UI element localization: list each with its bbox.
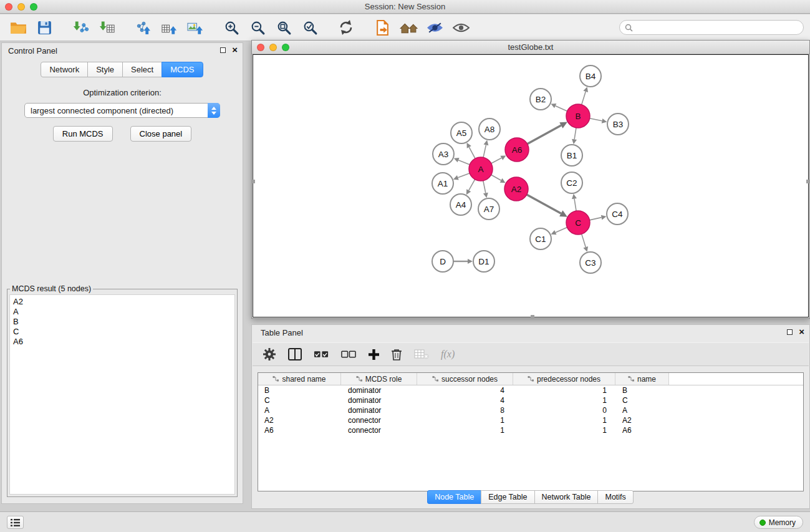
show-graphics-details-button[interactable] — [422, 16, 448, 39]
network-edge-A-A1[interactable] — [458, 173, 470, 178]
import-table-from-file-button[interactable] — [94, 16, 120, 39]
network-node-D[interactable]: D — [432, 251, 453, 272]
hide-graphics-details-button[interactable] — [448, 16, 474, 39]
table-row[interactable]: Adominator80A — [258, 405, 803, 415]
delete-table-button-disabled[interactable] — [414, 345, 429, 364]
network-edge-A-A8[interactable] — [483, 145, 486, 157]
run-mcds-button[interactable]: Run MCDS — [53, 126, 113, 142]
zoom-selected-button[interactable] — [297, 16, 323, 39]
status-menu-button[interactable] — [7, 516, 24, 529]
network-node-C2[interactable]: C2 — [561, 172, 582, 193]
network-node-B[interactable]: B — [566, 104, 590, 128]
network-edge-B-B2[interactable] — [556, 106, 567, 112]
network-node-B4[interactable]: B4 — [580, 65, 601, 87]
network-edge-B-B1[interactable] — [574, 128, 576, 140]
network-node-C4[interactable]: C4 — [607, 203, 628, 225]
network-edge-B-B3[interactable] — [590, 118, 602, 121]
network-edge-C-C2[interactable] — [574, 199, 576, 211]
memory-button[interactable]: Memory — [754, 516, 803, 529]
table-tab-motifs[interactable]: Motifs — [597, 490, 633, 504]
create-column-button[interactable] — [369, 345, 379, 364]
network-node-A5[interactable]: A5 — [451, 122, 472, 143]
mcds-result-list[interactable]: A2ABCA6 — [9, 294, 235, 495]
open-session-button[interactable] — [5, 16, 31, 39]
deselect-all-columns-button[interactable] — [341, 345, 357, 364]
network-edge-A-A2[interactable] — [491, 175, 501, 180]
tab-mcds[interactable]: MCDS — [162, 62, 203, 77]
table-row[interactable]: Bdominator41B — [258, 385, 803, 395]
mcds-result-item[interactable]: A — [13, 307, 231, 317]
network-node-A8[interactable]: A8 — [479, 118, 500, 140]
table-settings-button[interactable] — [263, 345, 276, 364]
refresh-view-button[interactable] — [333, 16, 359, 39]
network-edge-A-A5[interactable] — [469, 147, 475, 158]
tab-style[interactable]: Style — [87, 62, 123, 77]
column-header-shared-name[interactable]: shared name — [258, 373, 341, 385]
show-column-panel-button[interactable] — [288, 345, 302, 364]
network-edge-B-B4[interactable] — [582, 92, 586, 105]
network-node-C1[interactable]: C1 — [530, 228, 551, 249]
zoom-fit-button[interactable] — [271, 16, 297, 39]
zoom-in-button[interactable] — [218, 16, 244, 39]
open-recent-file-button[interactable] — [369, 16, 395, 39]
network-edge-A-A7[interactable] — [483, 181, 486, 193]
network-node-A3[interactable]: A3 — [433, 143, 454, 165]
network-edge-C-C1[interactable] — [556, 228, 567, 233]
export-network-button[interactable] — [130, 16, 156, 39]
mcds-result-item[interactable]: A2 — [13, 297, 231, 307]
table-row[interactable]: A6connector11A6 — [258, 425, 803, 435]
network-node-A7[interactable]: A7 — [478, 198, 499, 220]
network-node-B1[interactable]: B1 — [561, 145, 582, 166]
network-node-A6[interactable]: A6 — [505, 138, 529, 162]
network-node-A1[interactable]: A1 — [432, 173, 453, 194]
network-node-C3[interactable]: C3 — [580, 252, 601, 273]
network-node-A[interactable]: A — [469, 157, 493, 181]
network-node-A2[interactable]: A2 — [504, 177, 528, 201]
mcds-result-item[interactable]: C — [13, 327, 231, 337]
home-button[interactable] — [395, 16, 422, 39]
table-row[interactable]: Cdominator41C — [258, 395, 803, 405]
network-node-D1[interactable]: D1 — [473, 251, 494, 272]
network-edge-C-C3[interactable] — [582, 234, 586, 247]
float-table-panel-icon[interactable] — [787, 329, 793, 335]
network-node-C[interactable]: C — [566, 211, 590, 235]
export-table-button[interactable] — [156, 16, 182, 39]
column-header-predecessor-nodes[interactable]: predecessor nodes — [513, 373, 615, 385]
delete-column-button[interactable] — [391, 345, 402, 364]
close-table-panel-icon[interactable]: × — [799, 328, 804, 336]
table-tab-node-table[interactable]: Node Table — [427, 490, 481, 504]
select-all-columns-button[interactable] — [314, 345, 329, 364]
column-header-MCDS-role[interactable]: MCDS role — [341, 373, 417, 385]
network-edge-A2-C[interactable] — [527, 195, 561, 213]
criterion-select[interactable]: largest connected component (directed) — [24, 103, 220, 118]
network-edge-C-C4[interactable] — [590, 218, 602, 220]
tab-network[interactable]: Network — [41, 62, 88, 77]
tab-select[interactable]: Select — [122, 62, 162, 77]
mcds-result-item[interactable]: B — [13, 317, 231, 327]
network-node-B2[interactable]: B2 — [530, 89, 551, 110]
column-header-successor-nodes[interactable]: successor nodes — [417, 373, 513, 385]
search-input[interactable] — [619, 20, 804, 35]
resize-handle-right[interactable] — [806, 180, 810, 183]
column-header-name[interactable]: name — [615, 373, 669, 385]
table-tab-network-table[interactable]: Network Table — [534, 490, 599, 504]
export-image-button[interactable] — [182, 16, 208, 39]
network-edge-A-A3[interactable] — [458, 160, 470, 165]
network-canvas[interactable]: B4B2BB3A5A8A6B1A3AC2A1A2A4A7C4CC1C3DD1 — [253, 54, 809, 317]
table-row[interactable]: A2connector11A2 — [258, 415, 803, 425]
network-window-titlebar[interactable]: testGlobe.txt — [252, 41, 809, 54]
import-network-from-file-button[interactable] — [67, 16, 94, 39]
resize-handle-bottom[interactable] — [531, 315, 534, 319]
close-panel-icon[interactable]: × — [232, 46, 238, 54]
network-edge-A-A4[interactable] — [469, 180, 475, 191]
function-builder-button[interactable]: f(x) — [441, 345, 455, 364]
save-session-button[interactable] — [31, 16, 57, 39]
mcds-result-item[interactable]: A6 — [13, 337, 231, 347]
network-node-A4[interactable]: A4 — [450, 194, 471, 215]
resize-handle-left[interactable] — [251, 180, 255, 183]
network-edge-A6-B[interactable] — [528, 125, 561, 144]
network-edge-A-A6[interactable] — [491, 158, 502, 163]
network-node-B3[interactable]: B3 — [607, 114, 629, 135]
zoom-out-button[interactable] — [244, 16, 271, 39]
close-panel-button[interactable]: Close panel — [130, 126, 192, 142]
